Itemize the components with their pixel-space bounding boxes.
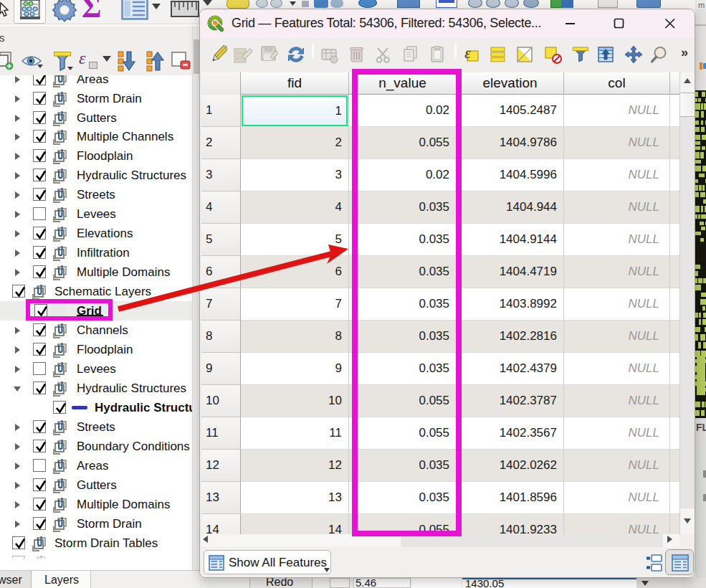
svg-text:ε: ε: [464, 45, 471, 62]
